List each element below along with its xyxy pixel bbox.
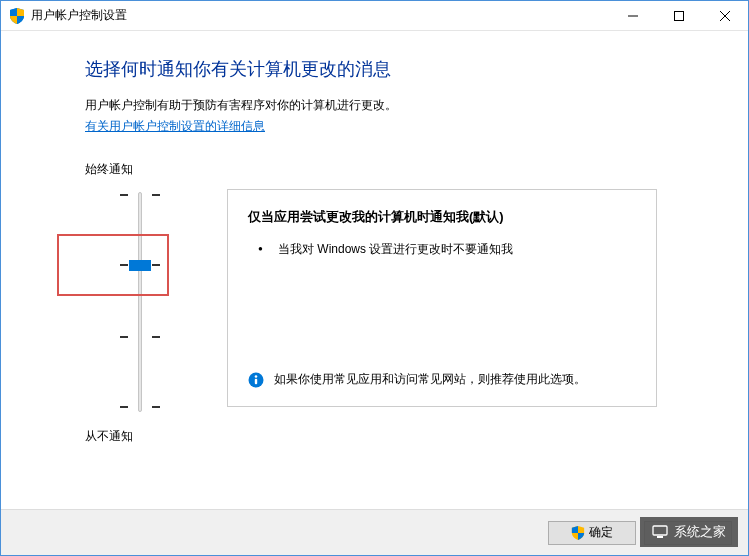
uac-slider[interactable] <box>85 192 195 412</box>
button-bar: 确定 取消 <box>1 509 748 555</box>
info-icon <box>248 372 264 388</box>
watermark: 系统之家 <box>640 517 738 547</box>
slider-label-never: 从不通知 <box>85 428 195 445</box>
titlebar: 用户帐户控制设置 <box>1 1 748 31</box>
info-bullet-item: 当我对 Windows 设置进行更改时不要通知我 <box>258 240 636 259</box>
ok-button[interactable]: 确定 <box>548 521 636 545</box>
svg-rect-7 <box>653 526 667 535</box>
slider-tick <box>120 194 160 196</box>
slider-label-always: 始终通知 <box>85 161 195 178</box>
info-panel-header: 仅当应用尝试更改我的计算机时通知我(默认) <box>248 208 636 226</box>
svg-rect-6 <box>255 379 257 385</box>
slider-column: 始终通知 从不通知 <box>85 161 195 445</box>
shield-icon <box>9 8 25 24</box>
close-button[interactable] <box>702 1 748 30</box>
slider-area: 始终通知 从不通知 仅当应用尝试更改我的计算机时通知我(默认) 当我对 Wind… <box>85 161 708 445</box>
window-controls <box>610 1 748 30</box>
shield-icon <box>571 526 585 540</box>
slider-tick <box>120 406 160 408</box>
watermark-text: 系统之家 <box>674 523 726 541</box>
slider-track <box>138 192 142 412</box>
slider-thumb[interactable] <box>129 260 151 271</box>
info-footer: 如果你使用常见应用和访问常见网站，则推荐使用此选项。 <box>248 370 636 388</box>
page-heading: 选择何时通知你有关计算机更改的消息 <box>85 57 708 81</box>
monitor-icon <box>652 525 668 539</box>
more-info-link[interactable]: 有关用户帐户控制设置的详细信息 <box>85 119 265 133</box>
slider-tick <box>120 336 160 338</box>
window-title: 用户帐户控制设置 <box>31 7 610 24</box>
info-bullet-list: 当我对 Windows 设置进行更改时不要通知我 <box>248 240 636 259</box>
content-area: 选择何时通知你有关计算机更改的消息 用户帐户控制有助于预防有害程序对你的计算机进… <box>1 31 748 445</box>
maximize-button[interactable] <box>656 1 702 30</box>
ok-button-label: 确定 <box>589 524 613 541</box>
recommendation-text: 如果你使用常见应用和访问常见网站，则推荐使用此选项。 <box>274 370 586 388</box>
description-text: 用户帐户控制有助于预防有害程序对你的计算机进行更改。 <box>85 97 708 114</box>
svg-point-5 <box>255 375 258 378</box>
minimize-button[interactable] <box>610 1 656 30</box>
info-panel: 仅当应用尝试更改我的计算机时通知我(默认) 当我对 Windows 设置进行更改… <box>227 189 657 407</box>
svg-rect-1 <box>675 11 684 20</box>
svg-rect-8 <box>657 536 663 538</box>
